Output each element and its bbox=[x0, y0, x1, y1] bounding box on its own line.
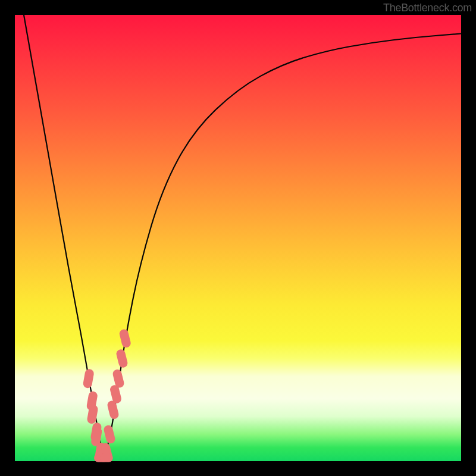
bottleneck-curve bbox=[24, 15, 461, 455]
chart-svg bbox=[15, 15, 461, 461]
plot-area bbox=[15, 15, 461, 461]
curve-marker bbox=[83, 368, 95, 389]
chart-container: TheBottleneck.com bbox=[0, 0, 476, 476]
attribution-text: TheBottleneck.com bbox=[383, 2, 472, 14]
curve-marker bbox=[103, 424, 116, 444]
curve-marker bbox=[115, 349, 129, 369]
curve-marker bbox=[100, 454, 113, 462]
curve-marker bbox=[118, 328, 131, 349]
